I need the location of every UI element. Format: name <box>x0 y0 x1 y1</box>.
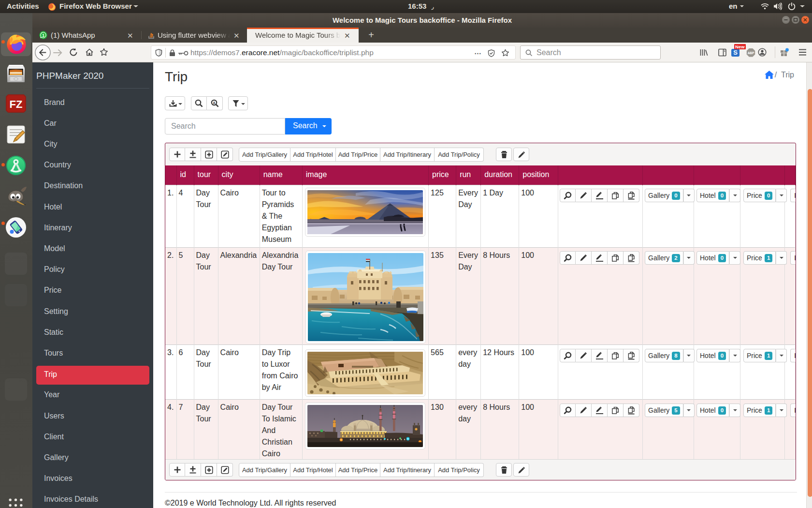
svg-text:FZ: FZ <box>10 98 23 110</box>
svg-text:ABP: ABP <box>748 51 754 55</box>
svg-text:1: 1 <box>42 33 44 38</box>
svg-text:A: A <box>213 101 216 105</box>
